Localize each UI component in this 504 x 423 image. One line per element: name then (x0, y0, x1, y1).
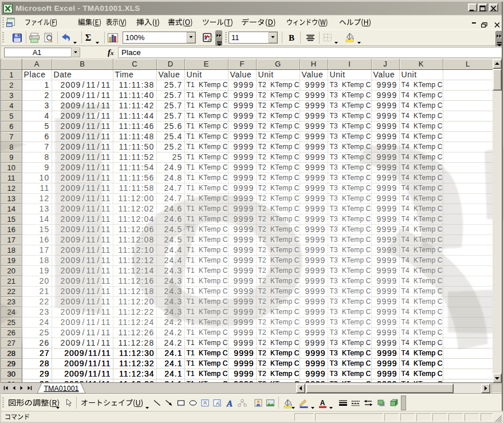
svg-text:A: A (320, 399, 325, 407)
svg-text:Σ: Σ (85, 33, 91, 42)
svg-text:A: A (226, 399, 233, 408)
svg-text:A: A (216, 401, 219, 406)
svg-text:B: B (289, 33, 294, 42)
svg-text:TMA01001: TMA01001 (44, 385, 78, 393)
